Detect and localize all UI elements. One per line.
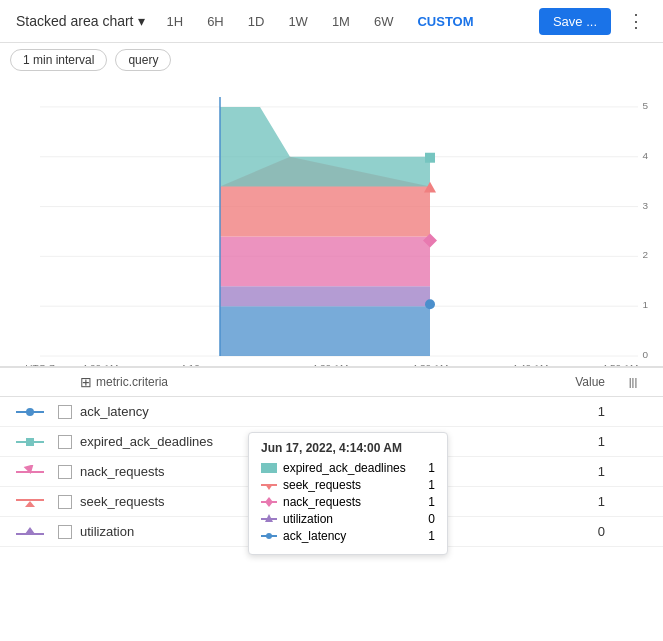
tooltip-row-util: utilization 0: [261, 512, 435, 526]
legend-header: ⊞ metric.criteria Value |||: [0, 368, 663, 397]
svg-text:4: 4: [642, 150, 648, 161]
more-options-button[interactable]: ⋮: [619, 6, 653, 36]
svg-marker-16: [220, 107, 430, 187]
tooltip-label-ack: ack_latency: [283, 529, 346, 543]
tooltip-title: Jun 17, 2022, 4:14:00 AM: [261, 441, 435, 455]
legend-checkbox-expired[interactable]: [50, 435, 80, 449]
tooltip-val-expired: 1: [428, 461, 435, 475]
tooltip-label-util: utilization: [283, 512, 333, 526]
tooltip-icon-util: [261, 514, 277, 524]
time-btn-1m[interactable]: 1M: [324, 10, 358, 33]
tooltip-row-expired: expired_ack_deadlines 1: [261, 461, 435, 475]
legend-value-ack-latency: 1: [553, 404, 613, 419]
tooltip-row-nack: nack_requests 1: [261, 495, 435, 509]
time-btn-1w[interactable]: 1W: [280, 10, 316, 33]
svg-text:5: 5: [642, 100, 648, 111]
sub-toolbar: 1 min interval query: [0, 43, 663, 77]
time-btn-6w[interactable]: 6W: [366, 10, 402, 33]
legend-checkbox-ack-latency[interactable]: [50, 405, 80, 419]
svg-text:UTC-7: UTC-7: [25, 362, 55, 366]
time-btn-1h[interactable]: 1H: [159, 10, 192, 33]
legend-icon-utilization: [10, 525, 50, 539]
tooltip-icon-expired: [261, 463, 277, 473]
time-btn-custom[interactable]: CUSTOM: [409, 10, 481, 33]
svg-marker-35: [265, 497, 273, 507]
legend-row-ack-latency[interactable]: ack_latency 1: [0, 397, 663, 427]
tooltip-row-seek: seek_requests 1: [261, 478, 435, 492]
metric-grid-icon: ⊞: [80, 374, 92, 390]
svg-point-41: [26, 408, 34, 416]
time-btn-6h[interactable]: 6H: [199, 10, 232, 33]
tooltip-label-expired: expired_ack_deadlines: [283, 461, 406, 475]
dropdown-icon: ▾: [138, 13, 145, 29]
legend-header-sort[interactable]: |||: [613, 376, 653, 388]
svg-text:1: 1: [642, 299, 648, 310]
tooltip-label-seek: seek_requests: [283, 478, 361, 492]
legend-header-metric: ⊞ metric.criteria: [80, 374, 553, 390]
save-button[interactable]: Save ...: [539, 8, 611, 35]
legend-checkbox-utilization[interactable]: [50, 525, 80, 539]
legend-value-expired: 1: [553, 434, 613, 449]
svg-point-23: [425, 299, 435, 309]
chart-title-dropdown[interactable]: Stacked area chart ▾: [10, 9, 151, 33]
svg-point-39: [266, 533, 272, 539]
chart-title-label: Stacked area chart: [16, 13, 134, 29]
legend-icon-expired: [10, 435, 50, 449]
legend-value-seek: 1: [553, 494, 613, 509]
svg-text:4:10: 4:10: [180, 362, 200, 366]
svg-marker-33: [265, 484, 273, 490]
svg-rect-20: [425, 153, 435, 163]
svg-text:4:30 AM: 4:30 AM: [412, 362, 449, 366]
svg-text:4:50 AM: 4:50 AM: [602, 362, 639, 366]
chart-tooltip: Jun 17, 2022, 4:14:00 AM expired_ack_dea…: [248, 432, 448, 555]
chart-area[interactable]: 0 1 2 3 4 5 4:13 AM: [0, 77, 663, 367]
legend-icon-ack-latency: [10, 405, 50, 419]
legend-name-ack-latency: ack_latency: [80, 404, 553, 419]
chart-svg: 0 1 2 3 4 5 4:13 AM: [0, 77, 663, 366]
interval-pill[interactable]: 1 min interval: [10, 49, 107, 71]
query-pill[interactable]: query: [115, 49, 171, 71]
tooltip-val-seek: 1: [428, 478, 435, 492]
svg-text:0: 0: [642, 349, 648, 360]
svg-marker-14: [220, 236, 430, 286]
svg-marker-47: [25, 501, 35, 507]
svg-marker-13: [220, 286, 430, 306]
legend-checkbox-nack[interactable]: [50, 465, 80, 479]
svg-rect-31: [261, 463, 277, 473]
legend-checkbox-seek[interactable]: [50, 495, 80, 509]
tooltip-val-nack: 1: [428, 495, 435, 509]
svg-text:4:40 AM: 4:40 AM: [512, 362, 549, 366]
tooltip-val-ack: 1: [428, 529, 435, 543]
svg-marker-49: [25, 527, 35, 534]
legend-value-utilization: 0: [553, 524, 613, 539]
toolbar: Stacked area chart ▾ 1H 6H 1D 1W 1M 6W C…: [0, 0, 663, 43]
svg-marker-12: [220, 306, 430, 356]
svg-text:4:00 AM: 4:00 AM: [82, 362, 119, 366]
legend-header-value: Value: [553, 375, 613, 389]
svg-rect-43: [26, 438, 34, 446]
legend-value-nack: 1: [553, 464, 613, 479]
tooltip-label-nack: nack_requests: [283, 495, 361, 509]
time-btn-1d[interactable]: 1D: [240, 10, 273, 33]
tooltip-icon-seek: [261, 480, 277, 490]
tooltip-icon-nack: [261, 497, 277, 507]
tooltip-row-ack: ack_latency 1: [261, 529, 435, 543]
tooltip-val-util: 0: [428, 512, 435, 526]
legend-icon-nack: [10, 465, 50, 479]
svg-text:2: 2: [642, 249, 648, 260]
metric-criteria-label: metric.criteria: [96, 375, 168, 389]
tooltip-icon-ack: [261, 531, 277, 541]
svg-text:4:20 AM: 4:20 AM: [312, 362, 349, 366]
legend-icon-seek: [10, 495, 50, 509]
svg-text:3: 3: [642, 200, 648, 211]
